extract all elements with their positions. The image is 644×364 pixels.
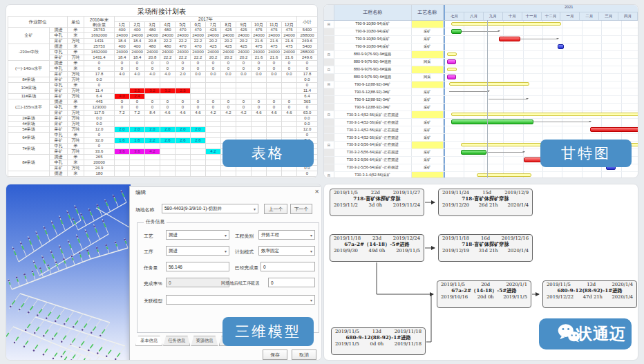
remaining-cell: 0 [84, 83, 115, 88]
work-part-cell: 8#采场 [8, 155, 50, 171]
early-start: 2019/11/5 [335, 329, 359, 334]
month-value-cell: 400 [130, 44, 145, 50]
collapse-icon[interactable]: ⊟ [324, 51, 334, 58]
collapse-icon[interactable]: ⊟ [324, 142, 334, 149]
gantt-bar-link[interactable] [486, 152, 524, 153]
gantt-bar-blue[interactable] [558, 44, 564, 49]
gantt-row[interactable]: ⊟T30-3-1-4(52-56)采矿 [324, 172, 638, 178]
month-value-cell [282, 83, 297, 88]
gantt-bar-sum[interactable] [451, 113, 638, 116]
month-value-cell: 18.4 [130, 55, 145, 61]
slack: 20d 0h [477, 294, 494, 300]
gantt-bar-green[interactable] [451, 29, 462, 34]
collapse-icon[interactable]: ⊟ [324, 66, 334, 73]
gantt-bar-sum[interactable] [447, 52, 457, 56]
gantt-bar-link[interactable] [520, 39, 558, 39]
month-value-cell: 480 [145, 28, 160, 33]
task-name: 718-盲矿体探矿穿脉 [439, 241, 532, 247]
gantt-row[interactable]: T90-9-12(88-92)-3#矿采矿 [324, 88, 638, 96]
network-task-box[interactable]: 2019/11/513d2019/11/18680-9-12(88-92)-1#… [331, 327, 426, 355]
gantt-bar-sum[interactable] [451, 22, 561, 26]
month-value-cell [191, 122, 206, 127]
gantt-bar-sum[interactable] [449, 82, 529, 86]
month-value-cell: 24000 [206, 33, 221, 39]
collapse-icon[interactable]: ⊟ [324, 82, 334, 88]
gantt-row[interactable]: T90-9-12(88-92)-3#矿采矿 [324, 104, 638, 111]
gantt-row[interactable]: T30-3-1-4(52-56)采矿-正在掘进采矿 [324, 126, 638, 134]
gantt-bar-red[interactable] [590, 127, 638, 132]
model-3d-viewport[interactable] [6, 184, 131, 361]
collapse-icon[interactable]: ⊟ [324, 21, 334, 28]
network-task-box[interactable]: 2019/11/2415d2019/12/9718-盲矿体探矿穿脉2019/12… [438, 189, 533, 216]
gantt-timeline-cell [444, 74, 638, 81]
gantt-bar-sum[interactable] [477, 173, 532, 177]
gantt-bar-red[interactable] [499, 37, 520, 41]
previous-button[interactable]: 上一个 [264, 204, 287, 214]
month-value-cell: 0 [282, 66, 297, 72]
linked-model-select[interactable]: ▾ [166, 295, 315, 305]
gantt-bar-magenta[interactable] [447, 59, 456, 64]
gantt-row[interactable]: T90-9-10(80-94)采矿采矿 [324, 36, 638, 44]
next-button[interactable]: 下一个 [290, 204, 312, 214]
close-icon[interactable]: ✕ [314, 189, 319, 195]
collapse-icon[interactable]: ⊟ [324, 111, 334, 118]
gantt-bar-sum[interactable] [447, 68, 457, 71]
gantt-bar-link[interactable] [462, 31, 499, 32]
gantt-row[interactable]: ⊟T90-9-12(88-92)-3#矿 [324, 82, 638, 89]
dialog-title: 编辑 [135, 189, 146, 196]
month-value-cell [191, 155, 206, 160]
dialog-tab-1[interactable]: 基本信息 [135, 336, 162, 346]
gantt-bar-link[interactable] [533, 122, 590, 122]
brand-watermark: 状通迈 [539, 318, 632, 349]
month-value-cell [267, 94, 282, 99]
month-value-cell [267, 133, 282, 138]
process-select[interactable]: 掘进▾ [166, 230, 229, 240]
gantt-row[interactable]: 880-9-9(76-90)-6#道路回采 [324, 74, 638, 82]
gantt-gutter-cell [324, 134, 334, 141]
gantt-bar-magenta[interactable] [447, 75, 456, 79]
network-task-box[interactable]: 2019/11/1823d2019/12/2467a-2#（14-18）-5#进… [330, 234, 424, 262]
gantt-row[interactable]: T90-9-10(80-94)采矿采矿 [324, 44, 638, 51]
gantt-bar-link[interactable] [489, 99, 528, 99]
month-value-cell [160, 166, 176, 171]
month-value-cell [176, 144, 191, 149]
quantity-field[interactable]: 56.146 [166, 262, 229, 271]
gantt-gutter-cell [324, 149, 334, 156]
month-value-cell [221, 116, 236, 122]
unit-cell: 米 [68, 28, 84, 33]
late-start: 2019/12/19 [442, 248, 469, 253]
gantt-row[interactable]: T90-9-10(80-94)采矿采矿 [324, 28, 638, 36]
month-value-cell [115, 166, 130, 171]
gantt-row[interactable]: ⊟880-9-9(76-90)-6#道路 [324, 66, 638, 74]
collapse-icon[interactable]: ⊟ [324, 172, 334, 178]
gantt-bar-green[interactable] [451, 119, 533, 124]
dialog-tab-3[interactable]: 资源信息 [191, 336, 218, 346]
gantt-row[interactable]: ⊟T30-3-1-4(52-56)采矿-正在掘进 [324, 111, 638, 119]
gantt-row[interactable]: 880-9-9(76-90)-9#道路回采 [324, 59, 638, 66]
site-name-select[interactable]: 580-4403(9-3/9/10-1)-切割井▾ [162, 204, 258, 213]
network-task-box[interactable]: 2019/11/1816d2019/12/16718-盲矿体探矿穿脉2019/1… [438, 234, 533, 262]
gantt-row[interactable]: T30-3-1-4(52-56)采矿-正在掘进采矿 [324, 119, 638, 126]
gantt-bar-green[interactable] [461, 150, 486, 155]
subtotal-cell: 288000 [297, 50, 318, 55]
early-finish: 2019/11/27 [393, 190, 420, 195]
network-task-box[interactable]: 2019/11/522d2019/11/27718-盲矿体探矿穿脉2019/11… [330, 189, 424, 216]
gantt-row[interactable]: ⊟880-9-9(76-90)-9#道路 [324, 51, 638, 59]
delay-field[interactable]: 0 [268, 278, 315, 287]
completed-field[interactable]: 0 [261, 262, 315, 271]
network-task-box[interactable]: 2019/11/520d2020/1/167a-2#（14-18）-5#进路20… [437, 280, 531, 308]
subtotal-cell: 0 [297, 83, 318, 88]
mode-select[interactable]: 效率固定▾ [258, 246, 315, 256]
procedure-select[interactable]: 掘进▾ [166, 246, 229, 256]
gantt-bar-link[interactable] [449, 91, 489, 92]
duration: 16d [481, 236, 490, 241]
save-button[interactable]: 保存 [263, 349, 287, 360]
month-value-cell [176, 160, 191, 166]
gantt-month-header: 七月 [445, 12, 464, 20]
dialog-tab-2[interactable]: 任务信息 [163, 336, 190, 346]
gantt-row[interactable]: ⊟T90-9-10(80-94)采矿 [324, 21, 638, 28]
network-task-box[interactable]: 2019/11/513d2020/1/4680-9-12(88-92)-1#进路… [542, 280, 637, 308]
category-select[interactable]: 开拓工程▾ [258, 230, 315, 240]
gantt-row[interactable]: T90-9-12(88-92)-3#矿采矿 [324, 96, 638, 104]
cancel-button[interactable]: 取消 [292, 349, 316, 360]
